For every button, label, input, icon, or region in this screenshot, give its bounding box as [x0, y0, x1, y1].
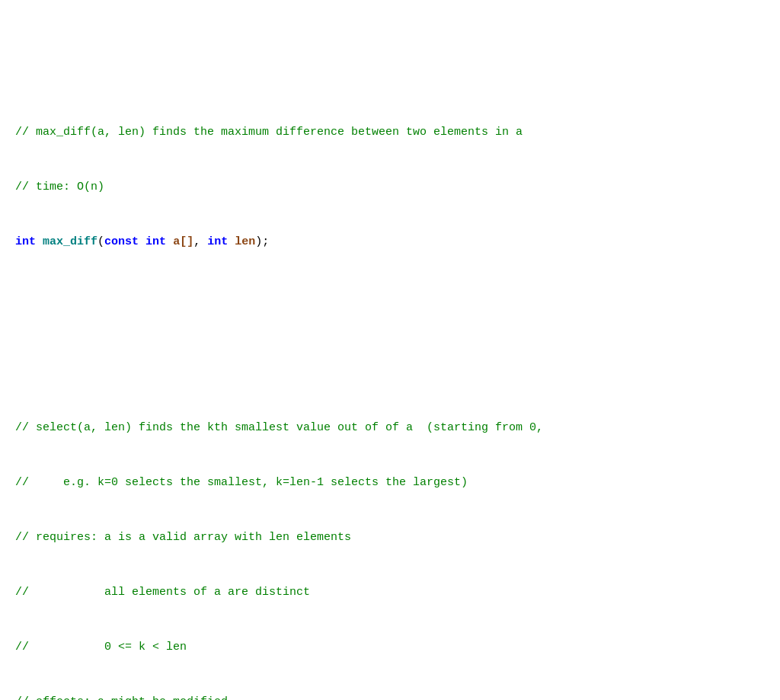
function-name-max-diff: max_diff — [43, 235, 98, 248]
param-len: len — [235, 235, 255, 248]
comma: , — [193, 235, 207, 248]
comment-line: // e.g. k=0 selects the smallest, k=len-… — [15, 474, 765, 492]
comment-line: // all elements of a are distinct — [15, 583, 765, 602]
comment-line: // effects: a might be modified — [15, 693, 765, 700]
type-int: int — [145, 235, 166, 248]
comment-line: // max_diff(a, len) finds the maximum di… — [15, 123, 765, 142]
paren-close: ); — [255, 235, 269, 248]
comment-line: // requires: a is a valid array with len… — [15, 529, 765, 547]
type-int2: int — [207, 235, 228, 248]
comment-line: // time: O(n) — [15, 178, 765, 197]
comment-line: // select(a, len) finds the kth smallest… — [15, 419, 765, 437]
section-max-diff: // max_diff(a, len) finds the maximum di… — [15, 87, 765, 288]
comment-line: // 0 <= k < len — [15, 638, 765, 657]
signature-line: int max_diff(const int a[], int len); — [15, 233, 765, 251]
keyword-const: const — [104, 235, 139, 248]
section-select-k: // select(a, len) finds the kth smallest… — [15, 382, 765, 700]
paren-open: ( — [98, 235, 104, 248]
param-a: a[] — [173, 235, 193, 248]
keyword-int: int — [15, 235, 36, 248]
code-container: // max_diff(a, len) finds the maximum di… — [15, 14, 765, 700]
